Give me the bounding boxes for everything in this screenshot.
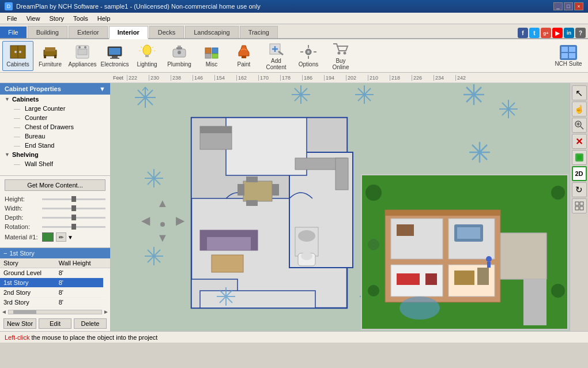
2d-view-button[interactable]: 2D	[572, 166, 587, 181]
delete-button[interactable]: ✕	[572, 134, 587, 149]
tool-misc[interactable]: Misc	[196, 41, 227, 71]
material-color-swatch[interactable]	[42, 232, 54, 242]
material-dropdown-arrow[interactable]: ▼	[67, 234, 73, 241]
select-tool-button[interactable]: ↖	[572, 85, 587, 100]
tree-end-stand[interactable]: — End Stand	[0, 141, 110, 150]
zoom-in-button[interactable]	[572, 118, 587, 133]
svg-rect-36	[308, 45, 309, 48]
tab-landscaping[interactable]: Landscaping	[185, 26, 238, 38]
tool-appliances[interactable]: Appliances	[67, 41, 98, 71]
menu-file[interactable]: File	[2, 14, 22, 23]
paint-tool-button[interactable]	[572, 150, 587, 165]
properties-panel: Get More Content... Height: Width: Depth…	[0, 175, 110, 247]
grid-button[interactable]	[572, 198, 587, 213]
tool-furniture[interactable]: Furniture	[35, 41, 66, 71]
tab-building[interactable]: Building	[28, 26, 67, 38]
material-edit-button[interactable]: ✏	[56, 232, 66, 242]
svg-rect-147	[397, 273, 420, 285]
depth-slider[interactable]	[42, 217, 105, 219]
youtube-icon[interactable]: ▶	[552, 28, 563, 38]
menubar: File View Story Tools Help	[0, 13, 588, 24]
story-scroll-track[interactable]: ◄ ►	[0, 307, 110, 316]
tool-cabinets[interactable]: Cabinets	[2, 41, 33, 71]
facebook-icon[interactable]: f	[518, 28, 528, 38]
tab-interior[interactable]: Interior	[109, 26, 148, 39]
tree-chest-of-drawers-label: Chest of Drawers	[25, 123, 74, 130]
height-slider[interactable]	[42, 198, 105, 200]
menu-view[interactable]: View	[22, 14, 45, 23]
tool-plumbing[interactable]: Plumbing	[164, 41, 195, 71]
menu-help[interactable]: Help	[93, 14, 115, 23]
tree-bureau[interactable]: — Bureau	[0, 132, 110, 141]
tool-add-content[interactable]: Add Content	[261, 41, 292, 71]
svg-rect-26	[205, 48, 211, 54]
tree-shelving-root[interactable]: ▼ Shelving	[0, 150, 110, 159]
story-row-1st[interactable]: 1st Story 8'	[0, 278, 110, 288]
tool-paint[interactable]: Paint	[228, 41, 259, 71]
3d-preview[interactable]	[361, 174, 568, 330]
get-more-content-button[interactable]: Get More Content...	[5, 179, 105, 191]
window-controls[interactable]: _ □ ×	[553, 2, 583, 10]
story-title: 1st Story	[9, 250, 34, 257]
svg-rect-158	[580, 202, 583, 205]
floor-plan[interactable]: ▲ ◀ ▼ ▶	[111, 83, 570, 331]
svg-point-40	[338, 51, 341, 54]
tool-buy-online[interactable]: Buy Online	[325, 41, 356, 71]
tree-chest-of-drawers[interactable]: — Chest of Drawers	[0, 122, 110, 132]
menu-tools[interactable]: Tools	[69, 14, 93, 23]
tree-large-counter[interactable]: — Large Counter	[0, 104, 110, 113]
story-header[interactable]: − 1st Story	[0, 248, 110, 258]
tool-options[interactable]: Options	[293, 41, 324, 71]
misc-icon	[203, 44, 220, 60]
tree-counter[interactable]: — Counter	[0, 113, 110, 122]
canvas-area[interactable]: ▲ ◀ ▼ ▶	[111, 83, 570, 331]
edit-story-button[interactable]: Edit	[39, 318, 71, 329]
tool-lighting[interactable]: Lighting	[131, 41, 163, 71]
nch-suite-button[interactable]: NCH Suite	[551, 41, 586, 71]
width-slider[interactable]	[42, 208, 105, 209]
svg-rect-55	[200, 126, 232, 133]
svg-rect-46	[569, 53, 575, 58]
tree-wall-shelf[interactable]: — Wall Shelf	[0, 159, 110, 168]
help-icon[interactable]: ?	[575, 28, 586, 38]
new-story-button[interactable]: New Stor	[3, 318, 36, 329]
tab-tracing[interactable]: Tracing	[240, 26, 278, 38]
story-height: 8'	[55, 268, 103, 278]
scroll-left-arrow[interactable]: ◄	[1, 309, 7, 315]
story-scrollbar-thumb	[13, 310, 36, 314]
minimize-button[interactable]: _	[553, 2, 563, 10]
story-row-ground[interactable]: Ground Level 8'	[0, 268, 110, 278]
maximize-button[interactable]: □	[564, 2, 573, 10]
buy-online-icon	[332, 42, 349, 57]
svg-rect-138	[457, 227, 480, 239]
tree-cabinets-root[interactable]: ▼ Cabinets	[0, 95, 110, 104]
tree-panel[interactable]: ▼ Cabinets — Large Counter — Counter — C…	[0, 95, 110, 175]
tool-electronics[interactable]: Electronics	[99, 41, 130, 71]
svg-rect-6	[54, 55, 56, 58]
panel-collapse-icon[interactable]: ▼	[99, 85, 105, 92]
story-table: Story Wall Height Ground Level 8' 1st St…	[0, 258, 110, 307]
svg-rect-68	[200, 230, 258, 237]
rotation-slider[interactable]	[42, 226, 105, 228]
story-row-3rd[interactable]: 3rd Story 8'	[0, 298, 110, 307]
svg-rect-71	[212, 255, 243, 272]
story-row-2nd[interactable]: 2nd Story 8'	[0, 288, 110, 298]
lighting-icon	[138, 44, 156, 60]
twitter-icon[interactable]: t	[529, 28, 540, 38]
svg-rect-69	[200, 230, 207, 250]
googleplus-icon[interactable]: g+	[541, 28, 551, 38]
pan-tool-button[interactable]: ☝	[572, 102, 587, 117]
close-button[interactable]: ×	[574, 2, 583, 10]
scroll-right-arrow[interactable]: ►	[103, 309, 109, 315]
story-scrollbar[interactable]	[8, 310, 102, 314]
tab-file[interactable]: File	[0, 27, 27, 38]
ruler-marks: 222 230 238 146 154 162 170 178 186 194 …	[127, 75, 477, 81]
story-name: 3rd Story	[0, 298, 55, 307]
svg-point-139	[399, 296, 440, 320]
delete-story-button[interactable]: Delete	[74, 318, 107, 329]
tab-decks[interactable]: Decks	[149, 26, 184, 38]
menu-story[interactable]: Story	[44, 14, 69, 23]
rotate-button[interactable]: ↻	[572, 182, 587, 197]
tab-exterior[interactable]: Exterior	[69, 26, 108, 38]
linkedin-icon[interactable]: in	[564, 28, 574, 38]
